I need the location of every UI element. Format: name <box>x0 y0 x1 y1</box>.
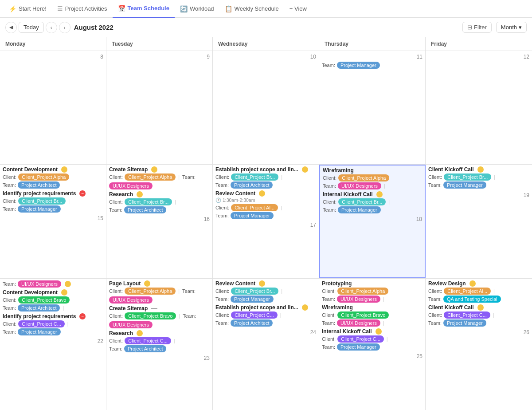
day-header-tuesday: Tuesday <box>106 37 213 51</box>
client-pill[interactable]: Client_Project Br... <box>125 198 172 205</box>
team-pill[interactable]: UI/UX Designers <box>109 296 153 304</box>
day-num-26: 26 <box>428 328 529 337</box>
client-pill[interactable]: Client_Project C... <box>337 335 384 343</box>
team-pill[interactable]: Project Architect <box>124 206 166 213</box>
event-title: Review Design <box>428 280 529 287</box>
nav-controls: ◀ Today ‹ › August 2022 <box>5 22 113 33</box>
month-button[interactable]: Month ▾ <box>496 22 527 33</box>
team-pill[interactable]: Project Manager <box>231 212 274 219</box>
team-pill[interactable]: Project Architect <box>18 304 60 311</box>
team-pill[interactable]: UI/UX Designers <box>109 182 153 189</box>
event-title: Content Development <box>3 289 103 296</box>
team-pill[interactable]: UI/UX Designers <box>109 321 153 328</box>
day-cell-9: 9 <box>106 51 213 164</box>
tab-team-schedule-label: Team Schedule <box>128 5 169 12</box>
client-pill[interactable]: Client_Project Alpha <box>337 288 388 295</box>
team-pill[interactable]: UI/UX Designers <box>338 182 381 189</box>
event-wireframing: Wireframing Client: Client_Project Alpha… <box>323 167 422 189</box>
client-pill[interactable]: Client_Project Bravo <box>337 311 389 319</box>
client-pill[interactable]: Client_Project C... <box>18 320 65 327</box>
team-pill[interactable]: Project Architect <box>18 181 60 189</box>
team-pill[interactable]: Project Manager <box>443 181 486 189</box>
nav-prev-button[interactable]: ‹ <box>46 22 57 33</box>
event-row: Team: Project Manager <box>215 212 316 219</box>
day-num-18: 18 <box>323 215 422 224</box>
event-page-layout: Page Layout Client: Client_Project Alpha… <box>109 280 210 304</box>
overflow-indicator <box>302 304 308 311</box>
client-pill[interactable]: Client_Project C... <box>444 311 490 319</box>
client-pill[interactable]: Client_Project Alpha <box>18 173 69 181</box>
client-pill[interactable]: Client_Project Bravo <box>18 296 70 304</box>
nav-back-button[interactable]: ◀ <box>5 22 17 33</box>
team-pill[interactable]: Project Manager <box>443 319 486 327</box>
client-pill[interactable]: Client_Project C... <box>125 337 171 344</box>
tab-team-schedule[interactable]: 📅 Team Schedule <box>113 0 175 18</box>
event-title: Wireframing <box>323 167 422 173</box>
team-pill[interactable]: Project Architect <box>231 319 273 327</box>
client-pill[interactable]: Client_Project C... <box>231 311 278 319</box>
today-button[interactable]: Today <box>19 22 44 33</box>
client-pill[interactable]: Client_Project Al... <box>231 204 278 211</box>
tab-view[interactable]: + View <box>284 0 312 18</box>
event-title: Research <box>109 330 210 336</box>
day-num-22: 22 <box>3 337 103 346</box>
dash-indicator <box>151 308 157 309</box>
tab-view-label: + View <box>289 5 307 12</box>
event-row: Team: UI/UX Designers <box>3 280 103 288</box>
workload-icon: 🔄 <box>180 5 188 12</box>
team-pill[interactable]: Project Manager <box>18 328 61 335</box>
tab-workload[interactable]: 🔄 Workload <box>175 0 219 18</box>
event-uiux-overflow: Team: UI/UX Designers <box>3 280 103 288</box>
team-pill[interactable]: QA and Testing Special <box>443 296 501 303</box>
overflow-indicator <box>376 191 383 197</box>
event-title: Establish project scope and lin... <box>215 304 316 311</box>
event-title: Research <box>109 191 210 197</box>
nav-next-button[interactable]: › <box>59 22 70 33</box>
client-pill[interactable]: Client_Project Al... <box>444 288 491 295</box>
client-pill[interactable]: Client_Project Br... <box>18 197 66 205</box>
team-pill[interactable]: UI/UX Designers <box>337 319 380 327</box>
tab-activities[interactable]: ☰ Project Activities <box>52 0 113 18</box>
team-pill[interactable]: Project Architect <box>231 181 273 189</box>
day-cell-22: Team: UI/UX Designers Content Developmen… <box>0 279 106 392</box>
filter-button[interactable]: ⊟ Filter <box>462 22 492 33</box>
start-icon: ⚡ <box>9 5 16 12</box>
event-row: Team: QA and Testing Special <box>428 296 529 303</box>
day-num-19: 19 <box>428 190 529 200</box>
tab-start[interactable]: ⚡ Start Here! <box>4 0 52 18</box>
client-pill[interactable]: Client_Project Br... <box>338 198 386 205</box>
overflow-indicator: − <box>79 313 86 319</box>
team-pill[interactable]: Project Manager <box>338 206 381 213</box>
event-row: Team: UI/UX Designers | <box>322 319 422 327</box>
event-row: Client: Client_Project Br... | <box>109 198 210 205</box>
event-review-content: Review Content 🕐 1:30am-2:30am Client: C… <box>215 190 316 219</box>
team-pill[interactable]: Project Architect <box>124 345 166 352</box>
event-establish-c: Establish project scope and lin... Clien… <box>215 304 316 327</box>
client-pill[interactable]: Client_Project Br... <box>231 173 278 181</box>
tab-weekly[interactable]: 📋 Weekly Schedule <box>219 0 284 18</box>
event-title: Identify project requirements − <box>3 313 103 319</box>
client-pill[interactable]: Client_Project Br... <box>231 288 278 295</box>
week-row-3: Team: UI/UX Designers Content Developmen… <box>0 279 532 392</box>
team-pill[interactable]: Project Manager <box>231 296 274 303</box>
team-pill[interactable]: UI/UX Designers <box>337 296 380 303</box>
client-pill[interactable]: Client_Project Bravo <box>125 312 176 319</box>
event-client-kickoff-c: Client Kickoff Call Client: Client_Proje… <box>428 304 529 327</box>
event-row: Client: Client_Project Br... | <box>428 173 529 181</box>
day-num-17: 17 <box>215 221 316 230</box>
event-row: Client: Client_Project Bravo <box>322 311 422 319</box>
client-pill[interactable]: Client_Project Alpha <box>125 288 176 295</box>
event-title: Client Kickoff Call <box>428 166 529 173</box>
team-pill[interactable]: Project Manager <box>337 62 380 69</box>
day-num-25: 25 <box>322 352 422 361</box>
client-pill[interactable]: Client_Project Alpha <box>125 173 176 181</box>
event-internal-kickoff-c: Internal Kickoff Call Client: Client_Pro… <box>322 328 422 351</box>
client-pill[interactable]: Client_Project Alpha <box>338 174 389 181</box>
event-row: Client: Client_Project Al... | <box>428 288 529 295</box>
team-pill[interactable]: UI/UX Designers <box>18 280 61 288</box>
day-num-8: 8 <box>3 53 103 62</box>
team-pill[interactable]: Project Manager <box>337 343 380 351</box>
team-pill[interactable]: Project Manager <box>18 205 61 213</box>
event-row: Team: Project Architect <box>109 345 210 352</box>
client-pill[interactable]: Client_Project Br... <box>444 173 491 181</box>
